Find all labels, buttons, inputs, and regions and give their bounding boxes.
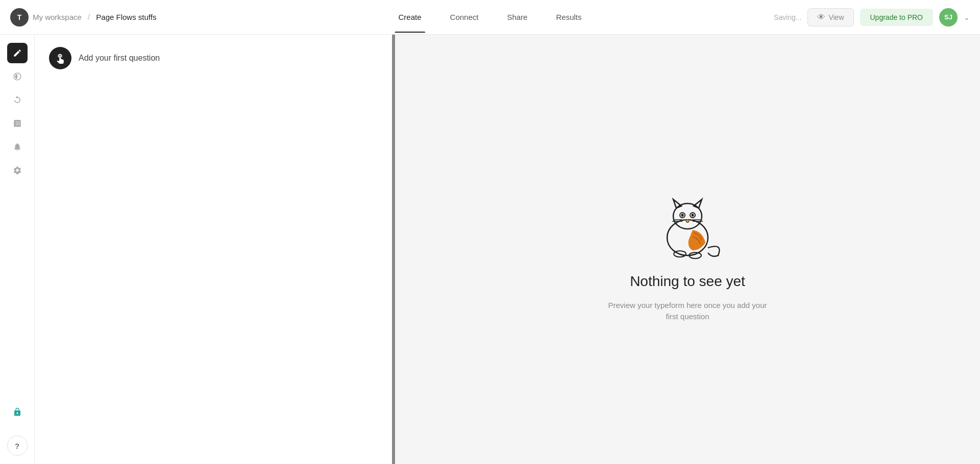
preview-title: Nothing to see yet <box>630 273 745 290</box>
hand-pointer-icon <box>55 53 66 64</box>
eye-icon: 👁 <box>817 13 825 22</box>
header: T My workspace / Page Flows stuffs Creat… <box>0 0 980 35</box>
sidebar-item-theme[interactable] <box>7 66 28 87</box>
help-button[interactable]: ? <box>7 435 28 456</box>
edit-icon <box>13 48 22 58</box>
header-left: T My workspace / Page Flows stuffs <box>10 8 163 27</box>
breadcrumb-separator: / <box>88 13 90 22</box>
editor-panel: Add your first question <box>35 35 392 464</box>
view-button[interactable]: 👁 View <box>807 8 853 27</box>
tab-create[interactable]: Create <box>384 2 436 33</box>
sidebar: ? <box>0 35 35 464</box>
preview-subtitle: Preview your typeform here once you add … <box>606 300 769 323</box>
add-question-button[interactable]: Add your first question <box>49 47 378 69</box>
svg-point-6 <box>681 214 684 217</box>
sidebar-item-notifications[interactable] <box>7 137 28 157</box>
header-right: Saving... 👁 View Upgrade to PRO SJ ⌄ <box>774 8 970 27</box>
breadcrumb-workspace: My workspace <box>33 13 82 21</box>
preview-panel: Nothing to see yet Preview your typeform… <box>395 35 980 464</box>
workspace-avatar[interactable]: T <box>10 8 29 27</box>
cat-illustration <box>647 176 728 263</box>
main-layout: ? Add your first question <box>0 35 980 464</box>
svg-point-7 <box>692 214 694 217</box>
upgrade-button[interactable]: Upgrade to PRO <box>860 9 934 26</box>
chevron-down-icon[interactable]: ⌄ <box>964 13 970 21</box>
tab-share[interactable]: Share <box>493 2 542 33</box>
logic-icon <box>13 95 22 105</box>
sidebar-item-calculator[interactable] <box>7 113 28 134</box>
breadcrumb-current: Page Flows stuffs <box>96 13 156 21</box>
lock-icon <box>13 407 22 417</box>
theme-icon <box>13 72 22 81</box>
sidebar-item-lock[interactable] <box>7 402 28 422</box>
content-area: Add your first question <box>35 35 980 464</box>
main-nav: Create Connect Share Results <box>384 2 596 33</box>
add-question-icon <box>49 47 71 69</box>
tab-connect[interactable]: Connect <box>436 2 493 33</box>
sidebar-item-edit[interactable] <box>7 43 28 63</box>
calculator-icon <box>13 119 22 128</box>
user-avatar[interactable]: SJ <box>939 8 958 27</box>
preview-empty-state: Nothing to see yet Preview your typeform… <box>606 176 769 323</box>
notifications-icon <box>13 142 22 151</box>
sidebar-item-logic[interactable] <box>7 90 28 110</box>
tab-results[interactable]: Results <box>542 2 596 33</box>
settings-icon <box>13 166 22 175</box>
add-question-label: Add your first question <box>79 54 160 63</box>
view-button-label: View <box>828 13 844 21</box>
sidebar-item-settings[interactable] <box>7 160 28 181</box>
saving-status: Saving... <box>774 13 801 21</box>
help-label: ? <box>15 442 19 450</box>
